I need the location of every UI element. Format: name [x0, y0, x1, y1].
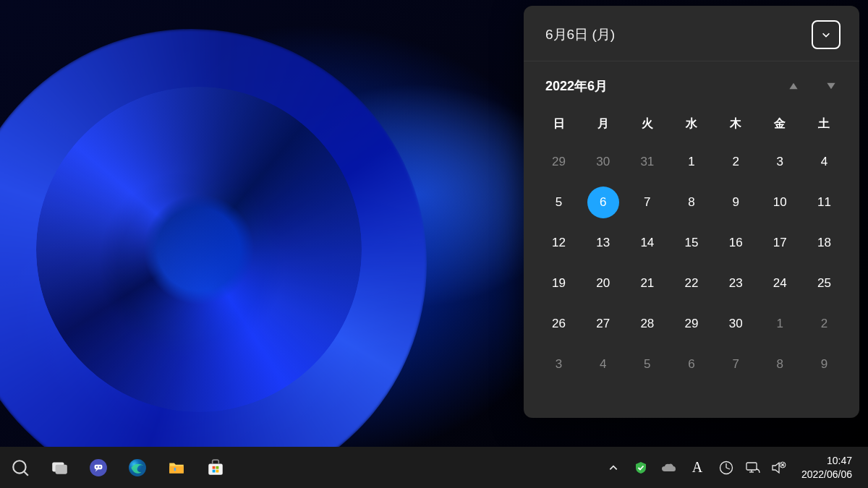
ime-mode-icon — [719, 461, 733, 475]
network-button[interactable] — [744, 450, 762, 485]
network-icon — [745, 461, 761, 475]
microsoft-store-button[interactable] — [198, 450, 233, 485]
calendar-day[interactable]: 7 — [714, 344, 758, 385]
calendar-prev-month-button[interactable] — [788, 81, 799, 91]
chevron-up-icon — [608, 463, 618, 473]
volume-button[interactable] — [770, 450, 788, 485]
calendar-week-row: 19202122232425 — [524, 263, 859, 304]
calendar-day[interactable]: 28 — [625, 304, 669, 344]
calendar-weekday: 水 — [669, 109, 713, 139]
calendar-collapse-button[interactable] — [812, 20, 841, 49]
calendar-day[interactable]: 19 — [537, 263, 581, 304]
calendar-day[interactable]: 5 — [537, 182, 581, 223]
calendar-day[interactable]: 27 — [581, 304, 625, 344]
calendar-day[interactable]: 6 — [581, 182, 625, 223]
file-explorer-button[interactable] — [159, 450, 194, 485]
calendar-day[interactable]: 2 — [802, 304, 846, 344]
calendar-weekday: 火 — [625, 109, 669, 139]
edge-icon — [128, 458, 147, 477]
calendar-day[interactable]: 24 — [758, 263, 802, 304]
calendar-day[interactable]: 30 — [581, 142, 625, 182]
chat-button[interactable] — [81, 450, 116, 485]
calendar-day[interactable]: 17 — [758, 223, 802, 263]
svg-line-3 — [24, 471, 27, 475]
calendar-day[interactable]: 11 — [802, 182, 846, 223]
calendar-day[interactable]: 4 — [581, 344, 625, 385]
calendar-day[interactable]: 8 — [758, 344, 802, 385]
calendar-day[interactable]: 3 — [537, 344, 581, 385]
svg-line-21 — [726, 468, 730, 469]
calendar-day[interactable]: 6 — [669, 344, 713, 385]
calendar-week-row: 262728293012 — [524, 304, 859, 344]
security-tray-icon[interactable] — [631, 450, 651, 485]
svg-point-9 — [99, 466, 101, 467]
svg-marker-1 — [827, 83, 835, 89]
calendar-day[interactable]: 30 — [714, 304, 758, 344]
triangle-up-icon — [788, 81, 799, 91]
svg-rect-18 — [216, 469, 219, 472]
svg-rect-17 — [213, 469, 216, 472]
calendar-header: 6月6日 (月) — [524, 6, 859, 61]
svg-rect-16 — [216, 466, 219, 468]
chevron-down-icon — [821, 30, 831, 40]
svg-point-8 — [96, 466, 98, 467]
cloud-icon — [660, 462, 676, 474]
calendar-day[interactable]: 20 — [581, 263, 625, 304]
calendar-weekday: 日 — [537, 109, 581, 139]
calendar-month-label[interactable]: 2022年6月 — [545, 77, 608, 95]
calendar-day[interactable]: 13 — [581, 223, 625, 263]
svg-rect-5 — [56, 464, 67, 474]
calendar-day[interactable]: 18 — [802, 223, 846, 263]
calendar-day[interactable]: 4 — [802, 142, 846, 182]
calendar-nav — [788, 81, 836, 91]
calendar-day[interactable]: 21 — [625, 263, 669, 304]
task-view-icon — [50, 458, 69, 477]
taskbar-clock[interactable]: 10:47 2022/06/06 — [796, 454, 858, 480]
search-icon — [11, 458, 30, 477]
onedrive-tray-icon[interactable] — [658, 450, 678, 485]
ime-mode-button[interactable] — [716, 450, 736, 485]
calendar-day[interactable]: 8 — [669, 182, 713, 223]
svg-rect-22 — [746, 463, 757, 470]
calendar-weekday: 月 — [581, 109, 625, 139]
folder-icon — [167, 458, 186, 477]
calendar-day[interactable]: 14 — [625, 223, 669, 263]
calendar-day[interactable]: 22 — [669, 263, 713, 304]
calendar-weekday: 土 — [802, 109, 846, 139]
calendar-day[interactable]: 3 — [758, 142, 802, 182]
svg-rect-13 — [174, 468, 176, 471]
taskbar-left-group — [3, 450, 233, 485]
calendar-day[interactable]: 23 — [714, 263, 758, 304]
calendar-day[interactable]: 1 — [758, 304, 802, 344]
taskbar-right-group: A 10:47 2022 — [603, 450, 862, 485]
calendar-weekday: 金 — [758, 109, 802, 139]
store-icon — [206, 458, 225, 477]
calendar-day[interactable]: 9 — [714, 182, 758, 223]
tray-overflow-button[interactable] — [603, 450, 624, 485]
calendar-day[interactable]: 25 — [802, 263, 846, 304]
search-button[interactable] — [3, 450, 38, 485]
edge-button[interactable] — [120, 450, 155, 485]
ime-button[interactable]: A — [686, 450, 709, 485]
calendar-day[interactable]: 10 — [758, 182, 802, 223]
task-view-button[interactable] — [42, 450, 77, 485]
calendar-weekday-row: 日月火水木金土 — [524, 109, 859, 139]
calendar-day[interactable]: 12 — [537, 223, 581, 263]
calendar-day[interactable]: 5 — [625, 344, 669, 385]
calendar-flyout: 6月6日 (月) 2022年6月 日月火水木金土 293031123456789… — [524, 6, 859, 418]
calendar-day[interactable]: 29 — [537, 142, 581, 182]
svg-rect-15 — [213, 466, 216, 468]
calendar-day[interactable]: 16 — [714, 223, 758, 263]
calendar-day[interactable]: 2 — [714, 142, 758, 182]
calendar-next-month-button[interactable] — [826, 81, 836, 91]
calendar-day[interactable]: 29 — [669, 304, 713, 344]
calendar-day[interactable]: 1 — [669, 142, 713, 182]
calendar-day[interactable]: 26 — [537, 304, 581, 344]
taskbar-date: 2022/06/06 — [801, 468, 852, 481]
svg-rect-14 — [208, 463, 223, 474]
calendar-day[interactable]: 9 — [802, 344, 846, 385]
calendar-day[interactable]: 31 — [625, 142, 669, 182]
calendar-day[interactable]: 7 — [625, 182, 669, 223]
calendar-subheader: 2022年6月 — [524, 61, 859, 102]
calendar-day[interactable]: 15 — [669, 223, 713, 263]
